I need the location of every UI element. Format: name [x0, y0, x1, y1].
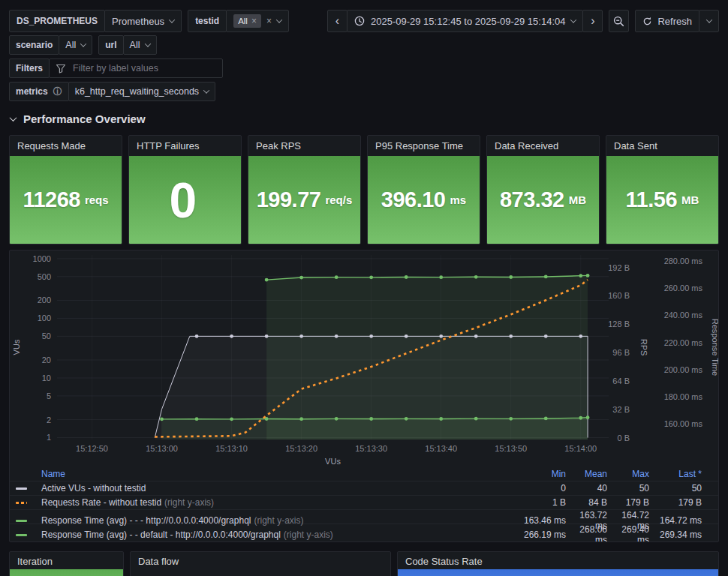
section-performance-overview[interactable]: Performance Overview [11, 112, 146, 125]
legend-row-requests-rate: Requests Rate - without testid(right y-a… [10, 495, 718, 509]
legend-series-toggle[interactable]: Response Time (avg) - - default - http:/… [41, 530, 521, 540]
stat-value: 873.32 [500, 188, 564, 212]
refresh-button[interactable]: Refresh [635, 10, 699, 32]
adhoc-filters: Filters [9, 58, 223, 78]
testid-chip[interactable]: All × [233, 14, 261, 28]
scenario-value: All [65, 40, 76, 50]
svg-text:2: 2 [47, 416, 51, 424]
legend-row-active-vus: Active VUs - without testid 0 40 50 50 [10, 481, 718, 495]
svg-text:180.00 ms: 180.00 ms [664, 392, 703, 401]
stat-unit: req/s [325, 194, 352, 206]
legend-sort-mean[interactable]: Mean [566, 469, 607, 479]
stat-value: 11268 [23, 188, 80, 212]
svg-text:VUs: VUs [12, 339, 21, 355]
metrics-picker: metrics ⓘ k6_http_req_waiting_seconds [9, 82, 215, 101]
series-marker-orange-dashed [16, 502, 41, 504]
metrics-select[interactable]: k6_http_req_waiting_seconds [68, 82, 215, 101]
panel-title: P95 Response Time [368, 136, 480, 156]
refresh-interval-dropdown[interactable] [699, 10, 719, 32]
panel-title: HTTP Failures [129, 136, 241, 156]
svg-text:128 B: 128 B [608, 320, 630, 328]
url-select[interactable]: All [123, 35, 157, 55]
svg-text:20: 20 [42, 356, 51, 364]
dashboard-controls-row-4: metrics ⓘ k6_http_req_waiting_seconds [9, 82, 215, 101]
refresh-icon [642, 16, 652, 26]
timeseries-panel: 100050020010050201052115:12:5015:13:0015… [9, 250, 719, 542]
chevron-down-icon [705, 16, 711, 22]
filters-label: Filters [9, 58, 50, 78]
dashboard-controls-row-1: DS_PROMETHEUS Prometheus testid All × × [9, 10, 289, 32]
chevron-down-icon [144, 40, 150, 46]
time-range-text: 2025-09-29 15:12:45 to 2025-09-29 15:14:… [371, 16, 566, 27]
legend-max: 179 B [607, 497, 649, 508]
legend-min: 163.46 ms [521, 515, 566, 526]
svg-text:10: 10 [42, 374, 51, 382]
timeseries-chart[interactable]: 100050020010050201052115:12:5015:13:0015… [10, 250, 718, 466]
stat-requests-made: Requests Made 11268reqs [9, 135, 122, 244]
svg-text:RPS: RPS [639, 339, 648, 356]
clear-all-icon[interactable]: × [266, 16, 272, 26]
testid-picker: testid All × × [188, 10, 289, 32]
scenario-select[interactable]: All [59, 35, 92, 55]
filters-input[interactable] [71, 62, 216, 74]
scenario-label: scenario [9, 35, 59, 55]
svg-text:Response Time: Response Time [711, 319, 718, 376]
chevron-down-icon [169, 16, 175, 22]
svg-text:5: 5 [47, 392, 51, 400]
svg-text:32 B: 32 B [612, 405, 630, 414]
panel-title: Code Status Rate [398, 552, 718, 569]
legend-mean: 268.06 ms [566, 524, 607, 542]
funnel-icon [56, 64, 66, 74]
time-shift-back-button[interactable]: ‹ [327, 10, 347, 32]
legend-series-toggle[interactable]: Requests Rate - without testid(right y-a… [41, 497, 521, 508]
svg-text:15:13:10: 15:13:10 [215, 444, 248, 453]
svg-text:50: 50 [42, 332, 51, 340]
chevron-left-icon: ‹ [335, 15, 339, 27]
legend-sort-max[interactable]: Max [607, 469, 649, 479]
legend-last: 269.34 ms [649, 530, 702, 540]
stat-value: 396.10 [381, 188, 446, 212]
svg-text:200: 200 [38, 296, 51, 304]
time-shift-forward-button[interactable]: › [582, 10, 603, 32]
legend-mean: 84 B [566, 497, 607, 508]
svg-text:96 B: 96 B [612, 348, 630, 357]
svg-text:100: 100 [38, 314, 51, 322]
scenario-label-text: scenario [16, 40, 53, 50]
legend-sort-name[interactable]: Name [41, 469, 521, 479]
section-title: Performance Overview [23, 112, 146, 125]
legend-series-toggle[interactable]: Response Time (avg) - - - http://0.0.0.0… [41, 515, 521, 526]
url-label-text: url [105, 40, 116, 50]
panel-title: Requests Made [10, 136, 122, 156]
legend-header-row: Name Min Mean Max Last * [10, 466, 718, 481]
datasource-select[interactable]: Prometheus [104, 10, 182, 32]
legend-sort-min[interactable]: Min [521, 469, 566, 479]
svg-text:15:13:30: 15:13:30 [355, 444, 387, 453]
panel-iteration: Iteration [9, 551, 124, 576]
metrics-label: metrics ⓘ [9, 82, 69, 101]
stat-unit: reqs [85, 194, 109, 206]
magnifier-minus-icon [613, 16, 624, 27]
legend-mean: 40 [566, 483, 607, 494]
time-range-picker[interactable]: 2025-09-29 15:12:45 to 2025-09-29 15:14:… [347, 10, 584, 32]
legend-max: 269.40 ms [607, 524, 649, 542]
svg-text:0 B: 0 B [617, 434, 630, 442]
stat-peak-rps: Peak RPS 199.77req/s [248, 135, 361, 244]
legend-row-response-time-1: Response Time (avg) - - - http://0.0.0.0… [10, 509, 718, 524]
zoom-out-button[interactable] [609, 10, 629, 32]
svg-text:15:14:00: 15:14:00 [564, 444, 597, 453]
testid-multiselect[interactable]: All × × [226, 10, 289, 32]
legend-series-toggle[interactable]: Active VUs - without testid [41, 483, 521, 494]
legend-sort-last[interactable]: Last * [649, 469, 702, 479]
close-icon[interactable]: × [251, 16, 257, 26]
dashboard-controls-row-3: Filters [9, 58, 223, 78]
svg-text:15:13:40: 15:13:40 [425, 444, 457, 453]
stat-p95-response-time: P95 Response Time 396.10ms [367, 135, 480, 244]
panel-data-flow: Data flow [130, 551, 391, 576]
svg-text:500: 500 [38, 272, 51, 281]
chevron-down-icon [80, 40, 86, 46]
metrics-value: k6_http_req_waiting_seconds [75, 86, 199, 97]
svg-text:64 B: 64 B [612, 376, 630, 386]
svg-text:15:13:50: 15:13:50 [495, 444, 527, 453]
testid-chip-text: All [238, 15, 248, 27]
series-marker-green [16, 520, 41, 522]
